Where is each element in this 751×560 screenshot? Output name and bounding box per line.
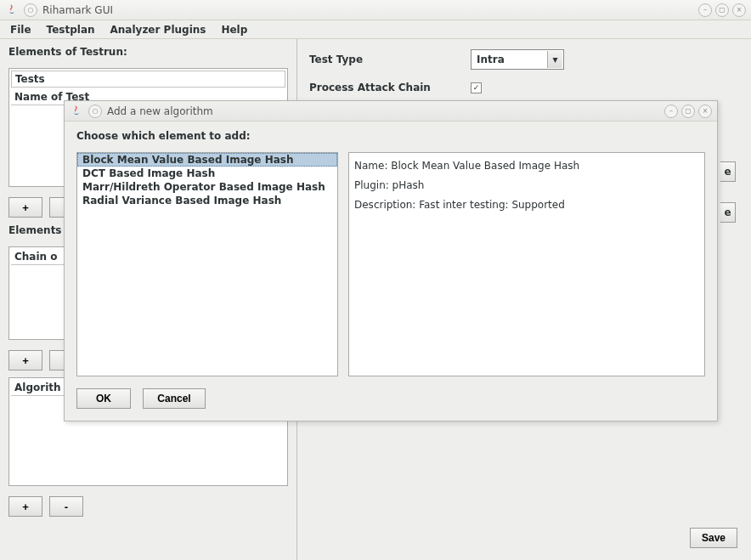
dialog-prompt: Choose which element to add: <box>76 130 705 142</box>
test-type-combo[interactable]: Intra ▾ <box>471 49 564 70</box>
menu-analyzer[interactable]: Analyzer Plugins <box>104 21 213 38</box>
algorithm-choice-item[interactable]: Marr/Hildreth Operator Based Image Hash <box>77 180 337 194</box>
chain-add-button[interactable]: + <box>8 350 42 371</box>
menubar: File Testplan Analyzer Plugins Help <box>0 20 751 39</box>
detail-name-value: Block Mean Value Based Image Hash <box>391 160 579 172</box>
dialog-titlebar: ○ Add a new algorithm – ▢ × <box>65 101 717 122</box>
ok-button[interactable]: OK <box>76 388 131 409</box>
add-algorithm-dialog: ○ Add a new algorithm – ▢ × Choose which… <box>64 100 718 421</box>
process-attack-chain-label: Process Attack Chain <box>309 82 454 93</box>
algorithm-detail-pane: Name: Block Mean Value Based Image Hash … <box>348 152 705 376</box>
browse-button-edges: e e <box>720 161 736 223</box>
menu-help[interactable]: Help <box>214 21 254 38</box>
browse-button-2[interactable]: e <box>720 202 736 223</box>
main-state-icon: ○ <box>24 3 37 17</box>
algorithm-remove-button[interactable]: - <box>49 496 83 517</box>
java-icon <box>5 3 19 17</box>
minimize-button[interactable]: – <box>698 3 712 17</box>
algorithm-choice-item[interactable]: Block Mean Value Based Image Hash <box>77 153 337 167</box>
java-icon <box>70 105 83 118</box>
process-attack-chain-checkbox[interactable]: ✓ <box>471 82 482 93</box>
test-type-label: Test Type <box>309 54 454 65</box>
elements-of-testrun-label: Elements of Testrun: <box>8 46 288 58</box>
detail-plugin-label: Plugin: <box>354 179 389 191</box>
detail-desc-value: Fast inter testing: Supported <box>419 199 565 211</box>
test-type-value: Intra <box>477 54 505 65</box>
dialog-state-icon: ○ <box>88 105 102 118</box>
algorithm-add-button[interactable]: + <box>8 496 42 517</box>
dialog-title: Add a new algorithm <box>107 105 659 117</box>
close-button[interactable]: × <box>732 3 746 17</box>
detail-plugin-value: pHash <box>392 179 425 191</box>
chevron-down-icon: ▾ <box>547 51 562 68</box>
algorithm-choice-item[interactable]: DCT Based Image Hash <box>77 167 337 180</box>
tests-group-header: Tests <box>11 71 285 88</box>
algorithm-choice-item[interactable]: Radial Variance Based Image Hash <box>77 194 337 207</box>
menu-file[interactable]: File <box>3 21 38 38</box>
main-titlebar: ○ Rihamark GUI – ▢ × <box>0 0 751 20</box>
cancel-button[interactable]: Cancel <box>143 388 206 409</box>
tests-add-button[interactable]: + <box>8 197 42 218</box>
dialog-close-button[interactable]: × <box>698 105 712 118</box>
browse-button-1[interactable]: e <box>720 161 736 182</box>
dialog-maximize-button[interactable]: ▢ <box>681 105 695 118</box>
menu-testplan[interactable]: Testplan <box>40 21 102 38</box>
main-window-title: Rihamark GUI <box>42 4 693 16</box>
dialog-minimize-button[interactable]: – <box>664 105 678 118</box>
detail-desc-label: Description: <box>354 199 415 211</box>
algorithm-choice-list[interactable]: Block Mean Value Based Image Hash DCT Ba… <box>76 152 338 376</box>
detail-name-label: Name: <box>354 160 387 172</box>
maximize-button[interactable]: ▢ <box>715 3 729 17</box>
save-button[interactable]: Save <box>690 528 737 548</box>
